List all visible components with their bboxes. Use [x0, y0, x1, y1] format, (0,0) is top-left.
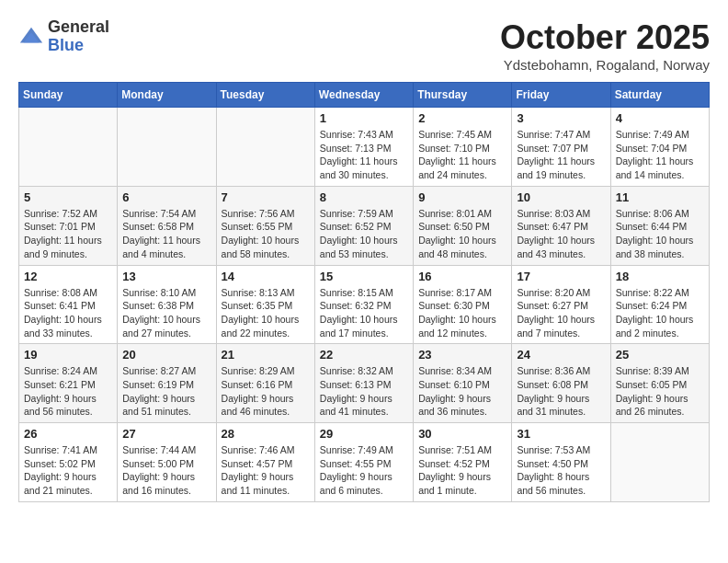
calendar-cell: 22Sunrise: 8:32 AM Sunset: 6:13 PM Dayli… — [314, 344, 413, 423]
day-info: Sunrise: 8:27 AM Sunset: 6:19 PM Dayligh… — [122, 364, 210, 419]
month-title: October 2025 — [500, 18, 710, 57]
day-number: 18 — [616, 270, 704, 283]
calendar-cell: 1Sunrise: 7:43 AM Sunset: 7:13 PM Daylig… — [314, 108, 413, 187]
week-row-5: 26Sunrise: 7:41 AM Sunset: 5:02 PM Dayli… — [19, 423, 710, 502]
calendar-cell: 24Sunrise: 8:36 AM Sunset: 6:08 PM Dayli… — [512, 344, 610, 423]
day-number: 28 — [222, 427, 310, 441]
day-number: 10 — [517, 190, 605, 204]
day-number: 2 — [418, 111, 506, 125]
day-header-friday: Friday — [512, 83, 610, 108]
day-header-monday: Monday — [118, 83, 216, 108]
day-info: Sunrise: 8:03 AM Sunset: 6:47 PM Dayligh… — [517, 207, 605, 261]
calendar-cell — [118, 108, 216, 187]
title-section: October 2025 Ydstebohamn, Rogaland, Norw… — [500, 18, 710, 73]
day-number: 16 — [418, 270, 506, 283]
day-number: 4 — [616, 111, 704, 125]
day-header-sunday: Sunday — [19, 83, 118, 108]
day-number: 12 — [24, 270, 112, 283]
calendar-cell: 21Sunrise: 8:29 AM Sunset: 6:16 PM Dayli… — [216, 344, 314, 423]
day-number: 6 — [122, 190, 210, 204]
day-info: Sunrise: 8:24 AM Sunset: 6:21 PM Dayligh… — [24, 364, 112, 419]
day-number: 19 — [24, 348, 112, 362]
calendar-header-row: SundayMondayTuesdayWednesdayThursdayFrid… — [19, 83, 710, 108]
logo-text: General Blue — [48, 18, 109, 55]
day-info: Sunrise: 8:20 AM Sunset: 6:27 PM Dayligh… — [517, 286, 605, 340]
day-info: Sunrise: 7:49 AM Sunset: 7:04 PM Dayligh… — [616, 128, 704, 182]
calendar-cell: 23Sunrise: 8:34 AM Sunset: 6:10 PM Dayli… — [414, 344, 512, 423]
calendar-cell: 27Sunrise: 7:44 AM Sunset: 5:00 PM Dayli… — [118, 423, 216, 502]
day-info: Sunrise: 8:22 AM Sunset: 6:24 PM Dayligh… — [616, 286, 704, 340]
calendar-cell: 4Sunrise: 7:49 AM Sunset: 7:04 PM Daylig… — [610, 108, 709, 187]
calendar-cell: 31Sunrise: 7:53 AM Sunset: 4:50 PM Dayli… — [512, 423, 610, 502]
calendar-cell: 29Sunrise: 7:49 AM Sunset: 4:55 PM Dayli… — [314, 423, 413, 502]
calendar-cell: 17Sunrise: 8:20 AM Sunset: 6:27 PM Dayli… — [512, 265, 610, 344]
day-number: 31 — [517, 427, 605, 441]
day-number: 1 — [320, 111, 408, 125]
day-info: Sunrise: 7:46 AM Sunset: 4:57 PM Dayligh… — [222, 443, 310, 498]
day-number: 22 — [320, 348, 408, 362]
day-number: 3 — [517, 111, 605, 125]
calendar-cell: 12Sunrise: 8:08 AM Sunset: 6:41 PM Dayli… — [19, 265, 118, 344]
day-info: Sunrise: 7:47 AM Sunset: 7:07 PM Dayligh… — [517, 128, 605, 182]
day-header-tuesday: Tuesday — [216, 83, 314, 108]
logo-icon — [18, 24, 44, 50]
day-number: 27 — [122, 427, 210, 441]
day-info: Sunrise: 7:44 AM Sunset: 5:00 PM Dayligh… — [122, 443, 210, 498]
day-info: Sunrise: 8:32 AM Sunset: 6:13 PM Dayligh… — [320, 364, 408, 419]
day-number: 30 — [418, 427, 506, 441]
day-number: 21 — [222, 348, 310, 362]
day-info: Sunrise: 8:10 AM Sunset: 6:38 PM Dayligh… — [122, 286, 210, 340]
calendar-cell: 2Sunrise: 7:45 AM Sunset: 7:10 PM Daylig… — [414, 108, 512, 187]
day-header-saturday: Saturday — [610, 83, 709, 108]
week-row-3: 12Sunrise: 8:08 AM Sunset: 6:41 PM Dayli… — [19, 265, 710, 344]
day-info: Sunrise: 7:41 AM Sunset: 5:02 PM Dayligh… — [24, 443, 112, 498]
day-info: Sunrise: 8:08 AM Sunset: 6:41 PM Dayligh… — [24, 286, 112, 340]
day-number: 24 — [517, 348, 605, 362]
week-row-2: 5Sunrise: 7:52 AM Sunset: 7:01 PM Daylig… — [19, 186, 710, 265]
day-info: Sunrise: 8:15 AM Sunset: 6:32 PM Dayligh… — [320, 286, 408, 340]
day-number: 17 — [517, 270, 605, 283]
day-info: Sunrise: 7:53 AM Sunset: 4:50 PM Dayligh… — [517, 443, 605, 498]
logo-blue: Blue — [48, 36, 84, 54]
day-info: Sunrise: 8:34 AM Sunset: 6:10 PM Dayligh… — [418, 364, 506, 419]
day-number: 15 — [320, 270, 408, 283]
day-info: Sunrise: 7:45 AM Sunset: 7:10 PM Dayligh… — [418, 128, 506, 182]
calendar-cell: 6Sunrise: 7:54 AM Sunset: 6:58 PM Daylig… — [118, 186, 216, 265]
calendar-cell: 18Sunrise: 8:22 AM Sunset: 6:24 PM Dayli… — [610, 265, 709, 344]
calendar-cell: 8Sunrise: 7:59 AM Sunset: 6:52 PM Daylig… — [314, 186, 413, 265]
day-info: Sunrise: 7:54 AM Sunset: 6:58 PM Dayligh… — [122, 207, 210, 261]
day-info: Sunrise: 7:49 AM Sunset: 4:55 PM Dayligh… — [320, 443, 408, 498]
day-info: Sunrise: 7:52 AM Sunset: 7:01 PM Dayligh… — [24, 207, 112, 261]
calendar-cell: 14Sunrise: 8:13 AM Sunset: 6:35 PM Dayli… — [216, 265, 314, 344]
day-info: Sunrise: 7:56 AM Sunset: 6:55 PM Dayligh… — [222, 207, 310, 261]
logo: General Blue — [18, 18, 109, 55]
week-row-1: 1Sunrise: 7:43 AM Sunset: 7:13 PM Daylig… — [19, 108, 710, 187]
calendar-cell: 26Sunrise: 7:41 AM Sunset: 5:02 PM Dayli… — [19, 423, 118, 502]
calendar-cell: 19Sunrise: 8:24 AM Sunset: 6:21 PM Dayli… — [19, 344, 118, 423]
calendar-cell: 9Sunrise: 8:01 AM Sunset: 6:50 PM Daylig… — [414, 186, 512, 265]
day-number: 9 — [418, 190, 506, 204]
calendar-cell: 16Sunrise: 8:17 AM Sunset: 6:30 PM Dayli… — [414, 265, 512, 344]
calendar-cell: 5Sunrise: 7:52 AM Sunset: 7:01 PM Daylig… — [19, 186, 118, 265]
calendar-cell: 25Sunrise: 8:39 AM Sunset: 6:05 PM Dayli… — [610, 344, 709, 423]
day-header-wednesday: Wednesday — [314, 83, 413, 108]
calendar-cell: 28Sunrise: 7:46 AM Sunset: 4:57 PM Dayli… — [216, 423, 314, 502]
day-number: 29 — [320, 427, 408, 441]
day-info: Sunrise: 8:29 AM Sunset: 6:16 PM Dayligh… — [222, 364, 310, 419]
calendar-cell: 3Sunrise: 7:47 AM Sunset: 7:07 PM Daylig… — [512, 108, 610, 187]
day-info: Sunrise: 7:59 AM Sunset: 6:52 PM Dayligh… — [320, 207, 408, 261]
day-number: 23 — [418, 348, 506, 362]
calendar-cell — [216, 108, 314, 187]
day-info: Sunrise: 8:39 AM Sunset: 6:05 PM Dayligh… — [616, 364, 704, 419]
calendar-cell — [610, 423, 709, 502]
day-number: 7 — [222, 190, 310, 204]
page-header: General Blue October 2025 Ydstebohamn, R… — [18, 18, 710, 73]
calendar-cell: 13Sunrise: 8:10 AM Sunset: 6:38 PM Dayli… — [118, 265, 216, 344]
day-number: 14 — [222, 270, 310, 283]
day-number: 13 — [122, 270, 210, 283]
day-number: 8 — [320, 190, 408, 204]
day-info: Sunrise: 8:17 AM Sunset: 6:30 PM Dayligh… — [418, 286, 506, 340]
calendar-cell: 30Sunrise: 7:51 AM Sunset: 4:52 PM Dayli… — [414, 423, 512, 502]
day-number: 25 — [616, 348, 704, 362]
location: Ydstebohamn, Rogaland, Norway — [500, 57, 710, 73]
